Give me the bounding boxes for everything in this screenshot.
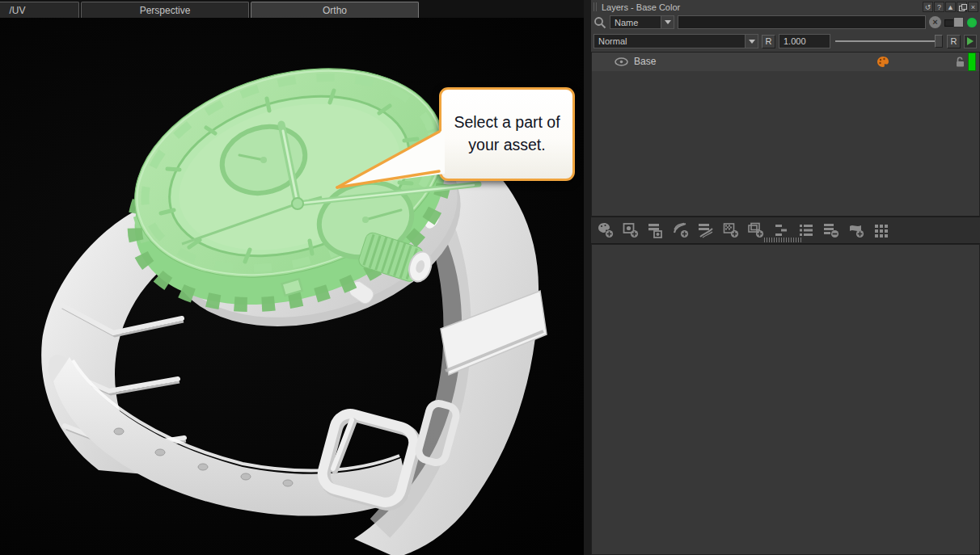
play-icon	[967, 37, 974, 45]
panel-drag-handle[interactable]	[593, 2, 598, 11]
filter-toggle[interactable]	[944, 17, 964, 27]
splitter-grip[interactable]	[764, 238, 801, 242]
filter-field-value: Name	[610, 18, 661, 27]
layer-color-tag[interactable]	[968, 53, 976, 71]
remove-layer-button[interactable]	[822, 221, 840, 240]
layer-list[interactable]: Base	[591, 52, 980, 217]
add-group-layer-button[interactable]	[747, 221, 765, 240]
add-mask-button[interactable]	[722, 221, 740, 240]
search-icon	[593, 16, 606, 29]
palette-grid-button[interactable]	[872, 221, 890, 240]
layer-row[interactable]: Base	[592, 53, 979, 71]
slider-handle[interactable]	[935, 35, 943, 48]
layer-name: Base	[634, 56, 656, 67]
slider-track	[835, 40, 942, 42]
tab-perspective[interactable]: Perspective	[81, 2, 249, 18]
tab-ortho-label: Ortho	[323, 5, 347, 16]
blend-amount-slider[interactable]	[834, 34, 944, 48]
filter-field-select[interactable]: Name	[610, 15, 674, 29]
paint-palette-icon	[877, 56, 889, 68]
tab-perspective-label: Perspective	[140, 5, 191, 16]
tooltip-pointer	[323, 113, 453, 194]
layers-panel: Layers - Base Color ↺ ? ▲ × Name × Norma…	[584, 0, 980, 555]
tab-ortho[interactable]: Ortho	[251, 2, 419, 18]
visibility-eye-icon[interactable]	[615, 57, 628, 66]
layer-toolbar	[591, 217, 980, 244]
add-graph-layer-button[interactable]	[697, 221, 715, 240]
tooltip-line2: your asset.	[441, 133, 572, 156]
tab-ortho-uv-label: /UV	[9, 5, 25, 16]
add-image-layer-button[interactable]	[622, 221, 640, 240]
add-procedural-layer-button[interactable]	[672, 221, 690, 240]
layer-filter-row: Name ×	[591, 13, 980, 32]
viewport-tabbar: /UV Perspective Ortho	[0, 0, 584, 18]
blend-reset-button[interactable]: R	[762, 35, 775, 48]
clear-search-icon[interactable]: ×	[929, 16, 941, 28]
chevron-down-icon[interactable]	[745, 35, 758, 48]
status-indicator-dot	[967, 18, 977, 27]
tab-ortho-uv[interactable]: /UV	[0, 2, 79, 18]
secondary-list[interactable]	[591, 244, 980, 555]
tooltip-line1: Select a part of	[441, 111, 572, 133]
help-icon[interactable]: ?	[934, 2, 944, 12]
add-adjustment-layer-button[interactable]	[647, 221, 665, 240]
collapse-icon[interactable]: ▲	[945, 2, 956, 12]
panel-titlebar[interactable]: Layers - Base Color ↺ ? ▲ ×	[591, 0, 980, 13]
chevron-down-icon[interactable]	[661, 16, 674, 28]
float-window-icon[interactable]	[957, 2, 967, 12]
add-paint-layer-button[interactable]	[597, 221, 615, 240]
blend-amount-field[interactable]: 1.000	[779, 34, 830, 48]
refresh-icon[interactable]: ↺	[923, 2, 933, 12]
tutorial-tooltip: Select a part of your asset.	[439, 87, 575, 181]
blend-mode-value: Normal	[594, 36, 745, 46]
blend-row: Normal R 1.000 R	[591, 32, 980, 51]
layer-search-input[interactable]	[678, 15, 926, 29]
viewport-3d[interactable]: /UV Perspective Ortho	[0, 0, 584, 555]
panel-title: Layers - Base Color	[602, 2, 922, 12]
play-button[interactable]	[964, 35, 977, 48]
close-icon[interactable]: ×	[968, 2, 978, 12]
blend-mode-select[interactable]: Normal	[593, 34, 758, 48]
lock-open-icon[interactable]	[954, 56, 966, 68]
amount-reset-button[interactable]: R	[947, 35, 961, 48]
share-layer-button[interactable]	[847, 221, 865, 240]
